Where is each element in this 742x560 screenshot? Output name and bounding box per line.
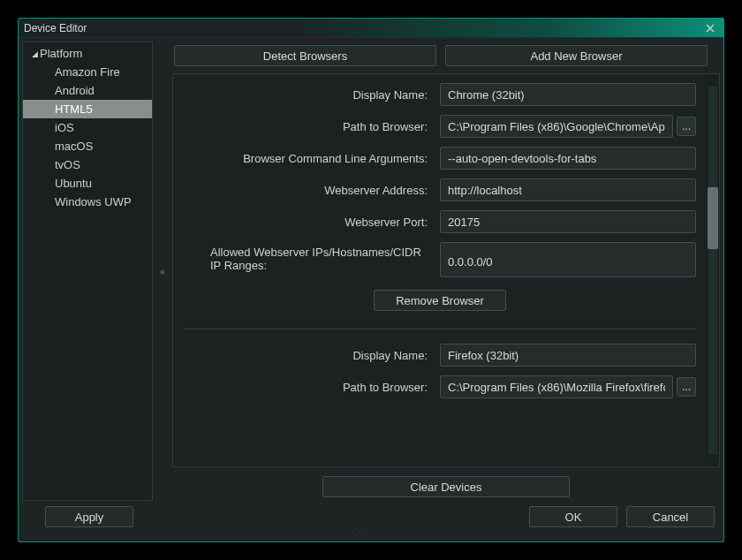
- tree-item-amazon-fire[interactable]: Amazon Fire: [23, 63, 152, 81]
- add-new-browser-button[interactable]: Add New Browser: [445, 45, 708, 66]
- tree-item-windows-uwp[interactable]: Windows UWP: [23, 193, 152, 211]
- args-label: Browser Command Line Arguments:: [184, 152, 431, 165]
- webserver-addr-input[interactable]: [440, 178, 696, 201]
- tree-item-tvos[interactable]: tvOS: [23, 155, 152, 174]
- remove-browser-button[interactable]: Remove Browser: [374, 290, 506, 311]
- caret-down-icon: ◢: [32, 49, 38, 58]
- path-label: Path to Browser:: [184, 381, 431, 394]
- window-title: Device Editor: [24, 22, 702, 34]
- close-icon[interactable]: [702, 21, 718, 35]
- display-name-label: Display Name:: [184, 88, 431, 102]
- webserver-port-input[interactable]: [440, 210, 696, 233]
- device-editor-window: Device Editor ◢ Platform Amazon FireAndr…: [18, 18, 724, 542]
- tree-item-android[interactable]: Android: [23, 81, 152, 100]
- webserver-port-label: Webserver Port:: [184, 216, 431, 229]
- tree-item-ios[interactable]: iOS: [23, 118, 152, 137]
- detect-browsers-button[interactable]: Detect Browsers: [174, 45, 436, 66]
- tree-item-html5[interactable]: HTML5: [23, 100, 152, 118]
- tree-root-platform[interactable]: ◢ Platform: [23, 44, 152, 63]
- display-name-label: Display Name:: [184, 349, 431, 362]
- ok-button[interactable]: OK: [529, 506, 617, 527]
- cancel-button[interactable]: Cancel: [626, 506, 715, 527]
- right-pane: Detect Browsers Add New Browser Display …: [172, 42, 720, 501]
- args-input[interactable]: [440, 147, 696, 170]
- scrollbar[interactable]: [707, 74, 719, 466]
- browser-list-scroll: Display Name: Path to Browser: ... Brows…: [172, 73, 720, 467]
- path-input[interactable]: [440, 115, 673, 138]
- apply-button[interactable]: Apply: [45, 506, 133, 527]
- clear-devices-button[interactable]: Clear Devices: [322, 476, 570, 497]
- tree-root-label: Platform: [40, 47, 82, 60]
- browse-path-button[interactable]: ...: [677, 377, 696, 397]
- display-name-input[interactable]: [440, 344, 696, 367]
- resize-grip-icon[interactable]: · · · · · · · · · · · ·: [22, 531, 720, 538]
- allowed-ips-label: Allowed Webserver IPs/Hostnames/CIDR IP …: [184, 242, 431, 272]
- webserver-addr-label: Webserver Address:: [184, 184, 431, 197]
- display-name-input[interactable]: [440, 83, 696, 106]
- allowed-ips-input[interactable]: [440, 242, 696, 277]
- browse-path-button[interactable]: ...: [677, 117, 696, 136]
- path-input[interactable]: [440, 375, 673, 398]
- titlebar[interactable]: Device Editor: [19, 19, 723, 38]
- path-label: Path to Browser:: [184, 120, 431, 133]
- platform-tree[interactable]: ◢ Platform Amazon FireAndroidHTML5iOSmac…: [22, 42, 153, 501]
- tree-item-ubuntu[interactable]: Ubuntu: [23, 174, 152, 193]
- tree-item-macos[interactable]: macOS: [23, 137, 152, 155]
- collapse-handle-icon[interactable]: «: [158, 42, 167, 501]
- separator: [184, 329, 696, 329]
- scrollbar-thumb[interactable]: [708, 187, 718, 249]
